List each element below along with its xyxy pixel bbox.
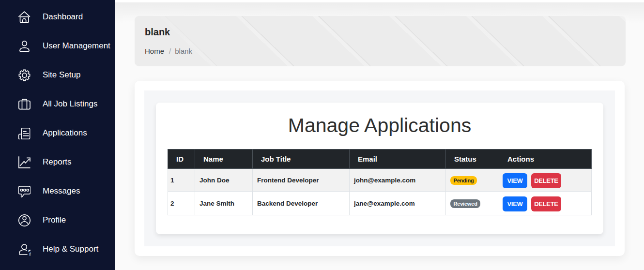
svg-text:?: ? [28,248,31,255]
